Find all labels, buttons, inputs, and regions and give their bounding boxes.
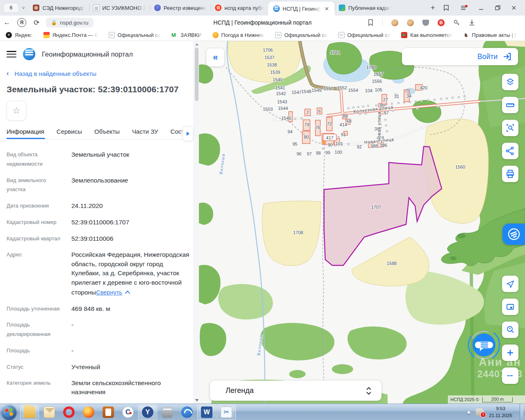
panel-scrollbar[interactable] — [194, 41, 199, 404]
svg-text:1538: 1538 — [267, 62, 277, 67]
taskbar-swirl-app-button[interactable] — [178, 404, 196, 420]
bookmarks-panel-icon[interactable] — [443, 5, 450, 11]
page-icon — [338, 32, 345, 38]
layers-button[interactable] — [502, 74, 518, 90]
bookmark-item[interactable]: Официальный са — [275, 32, 328, 38]
bitrix-extension-icon[interactable]: B — [438, 19, 445, 26]
close-tab-icon[interactable]: ✕ — [324, 6, 330, 12]
tab-counter[interactable]: 6 ˅ — [3, 3, 25, 13]
url-text[interactable]: nspd.gov.ru — [60, 20, 89, 26]
browser-tab[interactable]: нспд карта публ — [211, 0, 268, 16]
taskbar-scanner-button[interactable] — [158, 404, 177, 420]
passwords-key-icon[interactable] — [453, 19, 460, 26]
browser-tab[interactable]: Реестр извещени — [150, 0, 211, 16]
legend-bar[interactable]: Легенда — [210, 381, 381, 401]
overview-map-button[interactable] — [502, 299, 518, 315]
svg-text:1503: 1503 — [263, 107, 273, 112]
show-desktop-button[interactable] — [520, 404, 523, 420]
browser-menu-icon[interactable] — [460, 5, 468, 11]
close-window-icon[interactable] — [511, 5, 517, 11]
taskbar-opera-button[interactable] — [59, 404, 78, 420]
area-search-button[interactable] — [502, 120, 518, 136]
panel-tab[interactable]: Сервисы — [57, 128, 82, 139]
bookmark-flag-icon[interactable] — [368, 19, 374, 26]
panel-tab[interactable]: Информация — [7, 128, 44, 139]
scrollbar-thumb[interactable] — [195, 48, 199, 101]
tab-strip-tabs: СЭД НижегородсИС УЗИКМОНО 2Реестр извеще… — [29, 0, 427, 16]
login-label[interactable]: Войти — [477, 52, 498, 61]
bookmark-item[interactable]: Погода в Нижнем — [212, 32, 265, 38]
menu-hamburger-icon[interactable] — [7, 51, 16, 57]
taskbar-mail-button[interactable] — [40, 404, 59, 420]
collapse-address-link[interactable]: Свернуть — [96, 288, 130, 297]
taskbar-firefox-button[interactable] — [79, 404, 98, 420]
map-area[interactable]: 1706153715381539154015411542154315441503… — [199, 41, 525, 404]
back-to-results-link[interactable]: ‹ Назад в найденные объекты — [7, 70, 191, 77]
new-tab-button[interactable]: + — [427, 2, 439, 14]
scroll-up-icon[interactable] — [195, 43, 199, 46]
browser-tab[interactable]: ИС УЗИКМОНО 2 — [89, 0, 150, 16]
tabs-scroll-right-button[interactable] — [183, 126, 193, 141]
print-button[interactable] — [502, 166, 518, 182]
favorite-star-button[interactable]: ☆ — [7, 101, 26, 121]
bookmark-item[interactable]: Яндекс.Почта — 6 — [43, 32, 98, 38]
field-value: 52:39:0110006:1707 — [71, 218, 191, 227]
taskbar-yandex-browser-button[interactable] — [138, 404, 157, 420]
taskbar-consultant-button[interactable] — [119, 404, 137, 420]
minimize-icon[interactable] — [478, 5, 484, 11]
login-bar[interactable]: Войти — [402, 48, 518, 65]
share-button[interactable] — [502, 143, 518, 159]
scroll-down-icon[interactable] — [195, 399, 199, 402]
bookmark-item[interactable]: Официальный са — [109, 32, 161, 38]
extension-icon[interactable] — [407, 19, 414, 26]
locate-button[interactable] — [502, 276, 518, 292]
taskbar-explorer-button[interactable] — [20, 404, 39, 420]
zoom-in-button[interactable] — [502, 345, 518, 361]
bookmark-item[interactable]: ЗАЯВКИ — [171, 32, 202, 38]
reload-icon[interactable]: ⟳ — [30, 18, 43, 27]
bookmark-item[interactable]: Правовые акты | Г — [463, 32, 518, 38]
field-label: Вид объекта недвижимости — [7, 150, 71, 169]
tray-clock[interactable]: 9:53 21.11.2025 — [489, 405, 515, 419]
back-icon[interactable]: ← — [0, 18, 14, 27]
svg-text:1781: 1781 — [330, 50, 340, 55]
taskbar-snipping-button[interactable] — [217, 404, 236, 420]
browser-tab[interactable]: НСПД | Геоинф✕ — [268, 2, 335, 16]
chat-assistant-button[interactable] — [466, 327, 502, 363]
url-field[interactable]: 🔒 nspd.gov.ru — [46, 18, 94, 27]
back-link-label[interactable]: Назад в найденные объекты — [14, 70, 96, 77]
zoom-in-icon — [505, 348, 515, 358]
svg-text:1545: 1545 — [281, 116, 291, 121]
svg-text:2: 2 — [306, 110, 309, 115]
bookmark-item[interactable]: Официальный са — [338, 32, 391, 38]
start-button[interactable] — [1, 404, 17, 420]
taskbar-doc-app-button[interactable] — [99, 404, 118, 420]
svg-text:417: 417 — [326, 135, 333, 140]
protect-shield-icon[interactable] — [422, 20, 429, 26]
panel-tab[interactable]: Части ЗУ — [132, 128, 158, 139]
browser-tab[interactable]: СЭД Нижегородс — [29, 0, 89, 16]
measure-button[interactable] — [502, 97, 518, 113]
tab-counter-chip[interactable]: 6 — [3, 3, 19, 13]
legend-expand-icon[interactable] — [366, 386, 372, 395]
taskbar-word-button[interactable] — [197, 404, 216, 420]
panel-collapse-button[interactable]: « — [206, 48, 224, 66]
browser-tab[interactable]: Публичная кадас — [335, 0, 395, 16]
tray-notification-icon[interactable] — [476, 409, 484, 416]
svg-text:100: 100 — [335, 150, 342, 155]
bookmark-item[interactable]: Яндекс — [6, 32, 33, 38]
svg-text:96: 96 — [297, 151, 301, 156]
svg-text:72: 72 — [327, 121, 332, 126]
tray-expand-icon[interactable] — [467, 411, 471, 413]
tray-date: 21.11.2025 — [489, 412, 512, 419]
restore-window-icon[interactable] — [495, 5, 500, 11]
extension-icon[interactable] — [391, 19, 398, 26]
download-icon[interactable] — [469, 19, 475, 26]
chevron-down-icon[interactable]: ˅ — [22, 5, 25, 10]
zoom-out-button[interactable] — [502, 368, 518, 384]
bookmark-item[interactable]: Как выполняется — [401, 32, 452, 38]
place-search-button[interactable] — [502, 322, 518, 338]
panel-tab[interactable]: Объекты — [94, 128, 120, 139]
yandex-button-icon[interactable]: Я — [17, 18, 26, 27]
assistant-tab[interactable] — [502, 224, 525, 245]
